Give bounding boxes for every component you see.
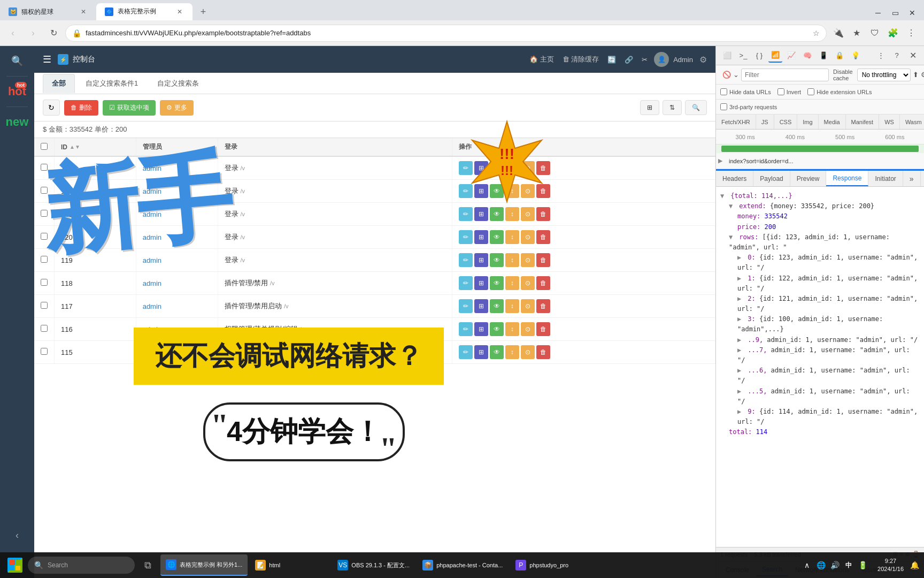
action-move[interactable]: ↕	[505, 322, 519, 336]
json-row-3[interactable]: ▶ 3: {id: 100, admin_id: 1, username: "a…	[720, 314, 920, 334]
action-edit[interactable]: ✏	[459, 161, 473, 175]
plugin-icon[interactable]: 🧩	[884, 25, 902, 42]
devtools-console-icon[interactable]: >_	[736, 49, 750, 63]
action-edit[interactable]: ✏	[459, 345, 473, 359]
devtools-elements-icon[interactable]: ⬜	[720, 49, 734, 63]
admin-link[interactable]: admin	[143, 348, 161, 356]
tab-more[interactable]: »	[903, 171, 921, 186]
devtools-network-icon[interactable]: 📶	[768, 49, 782, 63]
bookmark-icon[interactable]: ☆	[813, 29, 820, 37]
id-sort[interactable]: ID▲▼	[61, 143, 129, 151]
import-export-icon[interactable]: ⬆	[913, 68, 919, 82]
json-row-0[interactable]: ▶ 0: {id: 123, admin_id: 1, username: "a…	[720, 253, 920, 273]
tray-up-arrow[interactable]: ∧	[802, 560, 812, 571]
admin-link[interactable]: admin	[143, 164, 161, 172]
tab-preview[interactable]: Preview	[790, 171, 827, 186]
action-move[interactable]: ↕	[505, 276, 519, 290]
select-all-checkbox[interactable]	[41, 143, 48, 150]
action-disable[interactable]: ⊙	[521, 184, 535, 198]
taskbar-item-php[interactable]: 📦 phpapache-test - Conta...	[417, 554, 508, 576]
action-copy[interactable]: ⊞	[474, 230, 488, 244]
admin-link[interactable]: admin	[143, 210, 161, 218]
action-view[interactable]: 👁	[490, 184, 504, 198]
refresh-button[interactable]: ↻	[43, 100, 60, 116]
tab-all[interactable]: 全部	[43, 74, 75, 93]
sort-button[interactable]: ⇅	[663, 100, 682, 115]
action-disable[interactable]: ⊙	[521, 322, 535, 336]
admin-link[interactable]: admin	[143, 279, 161, 287]
start-button[interactable]	[4, 554, 26, 576]
tab-headers[interactable]: Headers	[716, 171, 753, 186]
system-clock[interactable]: 9:27 2024/1/16	[874, 557, 907, 574]
action-delete[interactable]: 🗑	[536, 253, 550, 267]
net-tab-media[interactable]: Media	[819, 115, 846, 129]
row-checkbox[interactable]	[41, 348, 48, 355]
json-row-9[interactable]: ▶ 9: {id: 114, admin_id: 1, username: "a…	[720, 407, 920, 427]
more-button[interactable]: ⚙ 更多	[160, 100, 194, 116]
json-row-5[interactable]: ▶ ...7, admin_id: 1, username: "admin", …	[720, 345, 920, 366]
action-edit[interactable]: ✏	[459, 184, 473, 198]
clear-button[interactable]: 🚫	[722, 68, 731, 82]
tray-network-icon[interactable]: 🌐	[815, 560, 826, 571]
devtools-app-icon[interactable]: 📱	[817, 49, 830, 63]
json-row-7[interactable]: ▶ ...5, admin_id: 1, username: "admin", …	[720, 386, 920, 407]
action-view[interactable]: 👁	[490, 207, 504, 221]
action-view[interactable]: 👁	[490, 230, 504, 244]
action-disable[interactable]: ⊙	[521, 345, 535, 359]
extend-expand[interactable]: ▼	[729, 201, 735, 211]
disable-cache-button[interactable]: Disable cache	[831, 67, 855, 82]
tab-custom1[interactable]: 自定义搜索条件1	[77, 74, 147, 93]
request-name[interactable]: index?sort=id&order=d...	[729, 158, 922, 164]
action-delete[interactable]: 🗑	[536, 276, 550, 290]
action-disable[interactable]: ⊙	[521, 253, 535, 267]
action-delete[interactable]: 🗑	[536, 322, 550, 336]
action-move[interactable]: ↕	[505, 345, 519, 359]
action-copy[interactable]: ⊞	[474, 299, 488, 313]
address-input[interactable]: 🔒 fastadminceshi.tt/vVWAbjUEKu.php/examp…	[65, 25, 827, 42]
grid-view-button[interactable]: ⊞	[640, 100, 659, 115]
action-copy[interactable]: ⊞	[474, 322, 488, 336]
action-view[interactable]: 👁	[490, 322, 504, 336]
taskbar-item-pstudio[interactable]: P phpstudyo_pro	[510, 554, 590, 576]
action-move[interactable]: ↕	[505, 299, 519, 313]
net-tab-manifest[interactable]: Manifest	[846, 115, 880, 129]
json-row-2[interactable]: ▶ 2: {id: 121, admin_id: 1, username: "a…	[720, 294, 920, 314]
net-tab-img[interactable]: Img	[797, 115, 818, 129]
row-checkbox[interactable]	[41, 256, 48, 263]
tray-ime[interactable]: 中	[843, 560, 854, 571]
action-delete[interactable]: 🗑	[536, 207, 550, 221]
browser-tab-1[interactable]: 🐱 猫权的星球 ✕	[0, 3, 96, 20]
filter-toggle[interactable]: ⌄	[733, 68, 739, 82]
devtools-security-icon[interactable]: 🔒	[833, 49, 846, 63]
admin-link[interactable]: admin	[143, 187, 161, 195]
action-copy[interactable]: ⊞	[474, 184, 488, 198]
tab-payload[interactable]: Payload	[753, 171, 790, 186]
tab-custom2[interactable]: 自定义搜索条	[149, 74, 207, 93]
tab2-close[interactable]: ✕	[175, 7, 184, 16]
action-move[interactable]: ↕	[505, 253, 519, 267]
row-checkbox[interactable]	[41, 279, 48, 286]
taskbar-item-vs[interactable]: VS OBS 29.1.3 - 配置文...	[332, 554, 415, 576]
devtools-lighthouse-icon[interactable]: 💡	[849, 49, 863, 63]
hide-ext-filter[interactable]: Hide extension URLs	[807, 88, 872, 95]
action-edit[interactable]: ✏	[459, 207, 473, 221]
search-toggle-button[interactable]: 🔍	[685, 100, 707, 115]
action-copy[interactable]: ⊞	[474, 276, 488, 290]
devtools-more-icon[interactable]: ⋮	[874, 49, 888, 63]
action-edit[interactable]: ✏	[459, 276, 473, 290]
nav-cache[interactable]: 🗑 清除缓存	[563, 55, 599, 64]
row-checkbox[interactable]	[41, 210, 48, 217]
new-tab-button[interactable]: +	[195, 3, 212, 20]
back-button[interactable]: ‹	[4, 25, 21, 42]
throttle-select[interactable]: No throttling	[857, 69, 911, 81]
devtools-memory-icon[interactable]: 🧠	[800, 49, 814, 63]
action-move[interactable]: ↕	[505, 230, 519, 244]
sidebar-hot[interactable]: hot hot	[6, 81, 28, 102]
settings-icon2[interactable]: ⚙	[921, 68, 924, 82]
action-delete[interactable]: 🗑	[536, 184, 550, 198]
json-row-4[interactable]: ▶ ..9, admin_id: 1, username: "admin", u…	[720, 335, 920, 345]
devtools-sources-icon[interactable]: { }	[752, 49, 766, 63]
action-view[interactable]: 👁	[490, 345, 504, 359]
action-disable[interactable]: ⊙	[521, 276, 535, 290]
devtools-help-icon[interactable]: ?	[890, 49, 904, 63]
